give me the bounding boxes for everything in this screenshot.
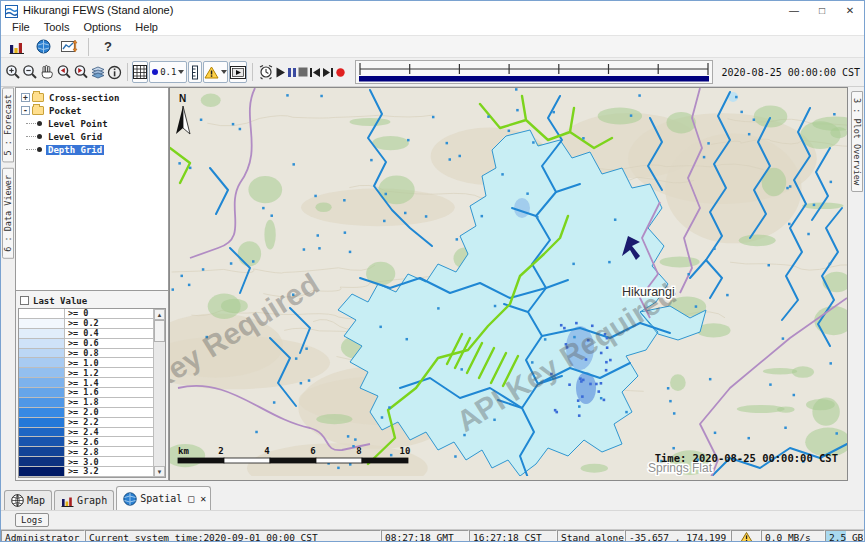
zoom-previous-button[interactable] (56, 61, 72, 83)
legend-color-swatch (19, 418, 65, 427)
tab-data-viewer[interactable]: 6 : Data Viewer (2, 168, 14, 259)
scroll-thumb[interactable] (154, 320, 165, 342)
svg-text:N: N (179, 93, 186, 104)
menu-item-file[interactable]: File (5, 20, 37, 34)
tree-item-level-point[interactable]: Level Point (18, 117, 168, 130)
tree-connector (26, 136, 36, 137)
help-button[interactable]: ? (97, 36, 119, 58)
class-break-dot-icon (152, 69, 158, 75)
legend-color-swatch (19, 467, 65, 476)
tree-expander-icon[interactable]: - (21, 106, 30, 115)
globe-icon (123, 492, 137, 506)
map-time-label: Time: 2020-08-25 00:00:00 CST (655, 452, 838, 464)
tab-plot-overview[interactable]: 3 : Plot Overview (851, 91, 863, 192)
legend-row-label: >= 1.6 (65, 388, 153, 397)
toolbar-separator (88, 38, 89, 56)
map-display-button[interactable] (32, 36, 54, 58)
svg-text:4: 4 (264, 446, 270, 456)
tree-connector (26, 149, 36, 150)
layers-button[interactable] (90, 61, 106, 83)
legend-row-label: >= 2.4 (65, 428, 153, 437)
graph-display-button[interactable] (6, 36, 28, 58)
legend-row-label: >= 1.0 (65, 358, 153, 367)
last-value-checkbox[interactable] (20, 296, 29, 305)
node-bullet-icon (37, 147, 42, 152)
tree-item-level-grid[interactable]: Level Grid (18, 130, 168, 143)
svg-text:8: 8 (356, 446, 361, 456)
tree-item-label: Cross-section (47, 93, 121, 103)
legend-row-label: >= 2.6 (65, 437, 153, 446)
status-user: Administrator (1, 530, 85, 542)
play-button[interactable] (275, 61, 286, 83)
folder-icon (32, 93, 44, 102)
node-bullet-icon (37, 121, 42, 126)
status-coordinates: -35.657 , 174.199 (625, 530, 731, 542)
scroll-track[interactable] (154, 320, 165, 466)
tree-connector (26, 123, 36, 124)
pause-button[interactable] (287, 61, 297, 83)
status-download-speed: 0.0 MB/s (761, 530, 825, 542)
grid-toggle-button[interactable] (132, 61, 148, 83)
maximize-button[interactable]: □ (808, 1, 836, 19)
zoom-out-button[interactable] (22, 61, 38, 83)
legend-color-swatch (19, 378, 65, 387)
tab-forecast[interactable]: 5 : Forecast (2, 87, 14, 162)
animation-settings-button[interactable] (258, 61, 274, 83)
filter-tree[interactable]: +Cross-section-PocketLevel PointLevel Gr… (15, 87, 169, 291)
legend-row-label: >= 2.8 (65, 447, 153, 456)
legend-scrollbar[interactable]: ▲ ▼ (153, 309, 165, 477)
status-system-time: Current system time:2020-09-01 00:00 CST (85, 530, 381, 542)
tree-item-depth-grid[interactable]: Depth Grid (18, 143, 168, 156)
maximize-panel-icon[interactable]: □ (188, 493, 194, 504)
legend-panel: Last Value >= 0>= 0.2>= 0.4>= 0.6>= 0.8>… (15, 291, 169, 481)
scroll-up-icon[interactable]: ▲ (154, 309, 165, 320)
spatial-display-button[interactable] (58, 36, 80, 58)
legend-row[interactable]: >= 3.2 (19, 467, 153, 477)
minimize-button[interactable]: — (780, 1, 808, 19)
right-tab-strip: 3 : Plot Overview (848, 87, 865, 481)
legend-row-label: >= 3.2 (65, 467, 153, 476)
tab-spatial[interactable]: Spatial □ ✕ (116, 486, 211, 510)
tree-item-cross-section[interactable]: +Cross-section (18, 91, 168, 104)
logs-button[interactable]: Logs (15, 513, 49, 527)
status-warning[interactable] (731, 530, 761, 542)
legend-row-label: >= 0.8 (65, 349, 153, 358)
bar-chart-icon (61, 495, 74, 507)
menu-item-tools[interactable]: Tools (37, 20, 77, 34)
menu-bar: FileToolsOptionsHelp (1, 19, 864, 36)
close-panel-icon[interactable]: ✕ (200, 493, 206, 504)
legend-row-label: >= 0 (65, 309, 153, 318)
class-break-dropdown[interactable]: 0.1 (149, 61, 187, 83)
timeline-slider[interactable] (355, 60, 713, 84)
tab-spatial-label: Spatial (140, 493, 182, 504)
tree-item-pocket[interactable]: -Pocket (18, 104, 168, 117)
legend-color-swatch (19, 398, 65, 407)
tab-graph[interactable]: Graph (54, 490, 114, 510)
scroll-down-icon[interactable]: ▼ (154, 466, 165, 477)
step-start-button[interactable] (309, 61, 321, 83)
legend-color-swatch (19, 309, 65, 318)
menu-item-options[interactable]: Options (76, 20, 128, 34)
vertical-scale-button[interactable] (188, 61, 202, 83)
stop-button[interactable] (298, 61, 308, 83)
tab-map[interactable]: Map (4, 490, 52, 510)
menu-item-help[interactable]: Help (128, 20, 165, 34)
info-button[interactable] (107, 61, 122, 83)
tree-expander-icon[interactable]: + (21, 93, 30, 102)
movie-export-button[interactable] (229, 61, 247, 83)
legend-row-label: >= 1.2 (65, 368, 153, 377)
zoom-next-button[interactable] (73, 61, 89, 83)
legend-color-swatch (19, 368, 65, 377)
svg-text:10: 10 (400, 446, 411, 456)
zoom-in-button[interactable] (5, 61, 21, 83)
step-end-button[interactable] (322, 61, 334, 83)
bottom-tab-bar: Map Graph Spatial □ ✕ (1, 485, 864, 510)
close-button[interactable]: ✕ (836, 1, 864, 19)
folder-icon (32, 106, 44, 115)
title-bar: Hikurangi FEWS (Stand alone) — □ ✕ (1, 1, 864, 19)
map-toolbar: 0.1 (1, 58, 864, 87)
record-button[interactable] (335, 61, 346, 83)
thresholds-dropdown-button[interactable] (203, 61, 228, 83)
pan-hand-button[interactable] (39, 61, 55, 83)
map-view[interactable]: API Key Required API Key Required N Hiku… (169, 87, 848, 481)
